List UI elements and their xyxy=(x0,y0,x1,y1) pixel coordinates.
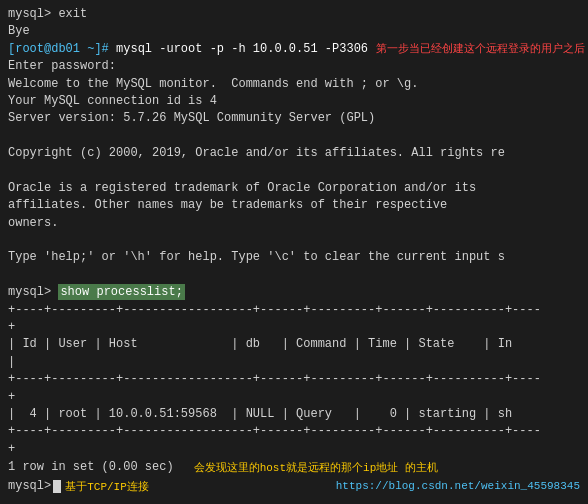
line-help: Type 'help;' or '\h' for help. Type '\c'… xyxy=(8,249,580,266)
annotation-top: 第一步当已经创建这个远程登录的用户之后，然后通过远程方式连接到数据库 xyxy=(376,41,588,56)
table-row-data: | 4 | root | 10.0.0.51:59568 | NULL | Qu… xyxy=(8,406,580,423)
line-owners: owners. xyxy=(8,215,580,232)
table-border-bottom2: + xyxy=(8,441,580,458)
line-bye: Bye xyxy=(8,23,580,40)
line-empty3 xyxy=(8,232,580,249)
table-header: | Id | User | Host | db | Command | Time… xyxy=(8,336,580,353)
annotation-bottom: 会发现这里的host就是远程的那个ip地址 的主机 xyxy=(194,460,438,475)
line-empty2 xyxy=(8,163,580,180)
table-border-top: +----+---------+------------------+-----… xyxy=(8,302,580,319)
final-prompt: mysql> xyxy=(8,479,51,493)
table-border-top2: + xyxy=(8,319,580,336)
table-border-bottom: +----+---------+------------------+-----… xyxy=(8,423,580,440)
line-server-version: Server version: 5.7.26 MySQL Community S… xyxy=(8,110,580,127)
table-separator: +----+---------+------------------+-----… xyxy=(8,371,580,388)
tcp-annotation: 基于TCP/IP连接 xyxy=(65,479,149,494)
line-show-processlist: mysql> show processlist; xyxy=(8,284,580,301)
line-connection-id: Your MySQL connection id is 4 xyxy=(8,93,580,110)
line-empty4 xyxy=(8,267,580,284)
terminal-window: mysql> exit Bye [root@db01 ~]# mysql -ur… xyxy=(0,0,588,504)
table-separator2: + xyxy=(8,389,580,406)
line-oracle2: affiliates. Other names may be trademark… xyxy=(8,197,580,214)
terminal-cursor xyxy=(53,480,61,493)
line-exit: mysql> exit xyxy=(8,6,580,23)
url-link[interactable]: https://blog.csdn.net/weixin_45598345 xyxy=(336,480,580,492)
table-header2: | xyxy=(8,354,580,371)
line-welcome: Welcome to the MySQL monitor. Commands e… xyxy=(8,76,580,93)
line-oracle1: Oracle is a registered trademark of Orac… xyxy=(8,180,580,197)
row-count: 1 row in set (0.00 sec) xyxy=(8,459,174,476)
line-prompt-cmd: [root@db01 ~]# mysql -uroot -p -h 10.0.0… xyxy=(8,41,368,58)
line-copyright: Copyright (c) 2000, 2019, Oracle and/or … xyxy=(8,145,580,162)
line-empty1 xyxy=(8,128,580,145)
line-enter-password: Enter password: xyxy=(8,58,580,75)
